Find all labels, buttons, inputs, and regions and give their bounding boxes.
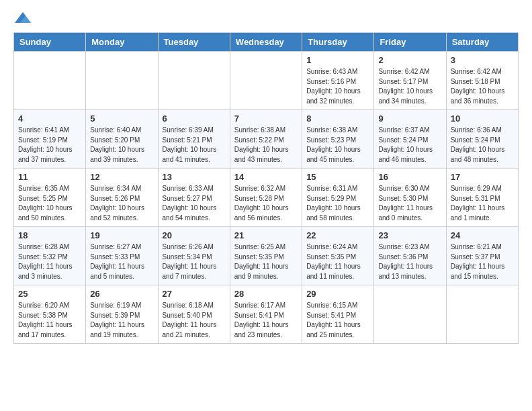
calendar-header-row: SundayMondayTuesdayWednesdayThursdayFrid… [14,33,519,52]
calendar: SundayMondayTuesdayWednesdayThursdayFrid… [13,32,519,344]
day-of-week-header: Sunday [14,33,86,52]
day-info: Sunrise: 6:17 AMSunset: 5:41 PMDaylight:… [234,301,298,340]
calendar-week-row: 18Sunrise: 6:28 AMSunset: 5:32 PMDayligh… [14,227,519,285]
day-number: 11 [18,172,81,182]
day-number: 4 [18,113,81,124]
day-of-week-header: Tuesday [158,33,230,52]
day-number: 22 [306,230,369,240]
calendar-cell: 19Sunrise: 6:27 AMSunset: 5:33 PMDayligh… [86,227,158,285]
calendar-cell: 24Sunrise: 6:21 AMSunset: 5:37 PMDayligh… [446,227,518,285]
day-info: Sunrise: 6:42 AMSunset: 5:17 PMDaylight:… [378,67,441,106]
day-info: Sunrise: 6:41 AMSunset: 5:19 PMDaylight:… [18,126,81,165]
day-number: 1 [306,55,369,65]
day-number: 12 [90,172,153,182]
calendar-cell: 1Sunrise: 6:43 AMSunset: 5:16 PMDaylight… [302,52,374,110]
day-of-week-header: Wednesday [230,33,302,52]
calendar-cell: 14Sunrise: 6:32 AMSunset: 5:28 PMDayligh… [230,169,302,227]
calendar-cell: 20Sunrise: 6:26 AMSunset: 5:34 PMDayligh… [158,227,230,285]
calendar-cell: 11Sunrise: 6:35 AMSunset: 5:25 PMDayligh… [14,169,86,227]
day-info: Sunrise: 6:31 AMSunset: 5:29 PMDaylight:… [306,184,369,223]
day-info: Sunrise: 6:43 AMSunset: 5:16 PMDaylight:… [306,67,369,106]
calendar-cell [446,285,518,344]
day-number: 28 [234,289,298,299]
calendar-cell: 12Sunrise: 6:34 AMSunset: 5:26 PMDayligh… [86,169,158,227]
calendar-cell: 21Sunrise: 6:25 AMSunset: 5:35 PMDayligh… [230,227,302,285]
day-number: 17 [451,172,514,182]
calendar-week-row: 25Sunrise: 6:20 AMSunset: 5:38 PMDayligh… [14,285,519,344]
calendar-cell: 3Sunrise: 6:42 AMSunset: 5:18 PMDaylight… [446,52,518,110]
logo [13,11,35,26]
calendar-cell: 28Sunrise: 6:17 AMSunset: 5:41 PMDayligh… [230,285,302,344]
calendar-cell: 25Sunrise: 6:20 AMSunset: 5:38 PMDayligh… [14,285,86,344]
header [13,11,519,26]
day-number: 18 [18,230,81,240]
calendar-cell [86,52,158,110]
calendar-cell: 17Sunrise: 6:29 AMSunset: 5:31 PMDayligh… [446,169,518,227]
calendar-cell: 8Sunrise: 6:38 AMSunset: 5:23 PMDaylight… [302,110,374,169]
calendar-cell: 22Sunrise: 6:24 AMSunset: 5:35 PMDayligh… [302,227,374,285]
day-number: 13 [163,172,226,182]
day-info: Sunrise: 6:38 AMSunset: 5:23 PMDaylight:… [306,126,369,165]
calendar-cell [158,52,230,110]
day-number: 20 [163,230,226,240]
day-info: Sunrise: 6:42 AMSunset: 5:18 PMDaylight:… [451,67,514,106]
day-number: 15 [306,172,369,182]
day-info: Sunrise: 6:15 AMSunset: 5:41 PMDaylight:… [306,301,369,340]
day-number: 9 [378,113,441,124]
calendar-cell: 27Sunrise: 6:18 AMSunset: 5:40 PMDayligh… [158,285,230,344]
day-info: Sunrise: 6:34 AMSunset: 5:26 PMDaylight:… [90,184,153,223]
calendar-cell: 10Sunrise: 6:36 AMSunset: 5:24 PMDayligh… [446,110,518,169]
day-of-week-header: Monday [86,33,158,52]
calendar-week-row: 4Sunrise: 6:41 AMSunset: 5:19 PMDaylight… [14,110,519,169]
day-number: 19 [90,230,153,240]
calendar-cell: 16Sunrise: 6:30 AMSunset: 5:30 PMDayligh… [374,169,446,227]
day-number: 26 [90,289,153,299]
day-number: 5 [90,113,153,124]
calendar-cell: 9Sunrise: 6:37 AMSunset: 5:24 PMDaylight… [374,110,446,169]
day-number: 25 [18,289,81,299]
day-number: 29 [306,289,369,299]
day-number: 2 [378,55,441,65]
day-info: Sunrise: 6:38 AMSunset: 5:22 PMDaylight:… [234,126,298,165]
day-info: Sunrise: 6:30 AMSunset: 5:30 PMDaylight:… [378,184,441,223]
day-info: Sunrise: 6:26 AMSunset: 5:34 PMDaylight:… [163,242,226,281]
day-info: Sunrise: 6:25 AMSunset: 5:35 PMDaylight:… [234,242,298,281]
calendar-week-row: 1Sunrise: 6:43 AMSunset: 5:16 PMDaylight… [14,52,519,110]
calendar-cell [14,52,86,110]
calendar-cell: 23Sunrise: 6:23 AMSunset: 5:36 PMDayligh… [374,227,446,285]
day-info: Sunrise: 6:29 AMSunset: 5:31 PMDaylight:… [451,184,514,223]
logo-icon [13,11,32,26]
calendar-cell [374,285,446,344]
calendar-cell: 6Sunrise: 6:39 AMSunset: 5:21 PMDaylight… [158,110,230,169]
day-number: 8 [306,113,369,124]
calendar-cell: 26Sunrise: 6:19 AMSunset: 5:39 PMDayligh… [86,285,158,344]
day-info: Sunrise: 6:39 AMSunset: 5:21 PMDaylight:… [163,126,226,165]
calendar-cell: 7Sunrise: 6:38 AMSunset: 5:22 PMDaylight… [230,110,302,169]
day-info: Sunrise: 6:23 AMSunset: 5:36 PMDaylight:… [378,242,441,281]
calendar-cell: 15Sunrise: 6:31 AMSunset: 5:29 PMDayligh… [302,169,374,227]
day-number: 27 [163,289,226,299]
day-number: 14 [234,172,298,182]
day-of-week-header: Thursday [302,33,374,52]
day-info: Sunrise: 6:19 AMSunset: 5:39 PMDaylight:… [90,301,153,340]
day-number: 16 [378,172,441,182]
day-info: Sunrise: 6:21 AMSunset: 5:37 PMDaylight:… [451,242,514,281]
day-info: Sunrise: 6:28 AMSunset: 5:32 PMDaylight:… [18,242,81,281]
day-number: 10 [451,113,514,124]
day-number: 24 [451,230,514,240]
day-number: 3 [451,55,514,65]
calendar-cell: 13Sunrise: 6:33 AMSunset: 5:27 PMDayligh… [158,169,230,227]
calendar-cell: 29Sunrise: 6:15 AMSunset: 5:41 PMDayligh… [302,285,374,344]
calendar-cell: 2Sunrise: 6:42 AMSunset: 5:17 PMDaylight… [374,52,446,110]
calendar-cell: 4Sunrise: 6:41 AMSunset: 5:19 PMDaylight… [14,110,86,169]
day-number: 21 [234,230,298,240]
day-info: Sunrise: 6:36 AMSunset: 5:24 PMDaylight:… [451,126,514,165]
calendar-cell: 18Sunrise: 6:28 AMSunset: 5:32 PMDayligh… [14,227,86,285]
day-number: 6 [163,113,226,124]
calendar-cell [230,52,302,110]
day-number: 7 [234,113,298,124]
day-info: Sunrise: 6:33 AMSunset: 5:27 PMDaylight:… [163,184,226,223]
day-info: Sunrise: 6:27 AMSunset: 5:33 PMDaylight:… [90,242,153,281]
day-info: Sunrise: 6:18 AMSunset: 5:40 PMDaylight:… [163,301,226,340]
day-info: Sunrise: 6:24 AMSunset: 5:35 PMDaylight:… [306,242,369,281]
